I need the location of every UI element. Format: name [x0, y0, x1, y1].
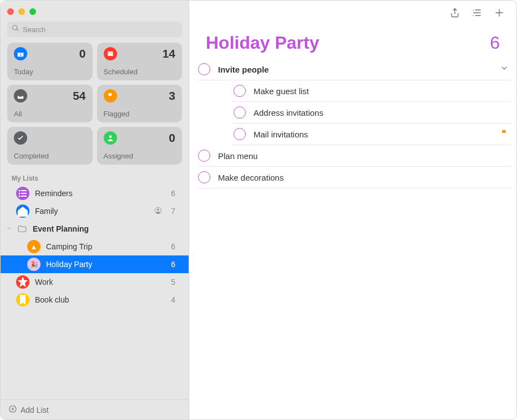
- add-list-button[interactable]: Add List: [1, 399, 189, 419]
- svg-point-15: [157, 208, 159, 211]
- reminder-title[interactable]: Plan menu: [218, 151, 509, 161]
- complete-circle[interactable]: [234, 85, 246, 97]
- list-label: Camping Trip: [46, 242, 165, 251]
- svg-point-22: [473, 9, 474, 11]
- smart-card-count: 0: [169, 131, 175, 145]
- svg-rect-9: [21, 190, 27, 191]
- house-icon: [16, 204, 29, 218]
- list-count: 6: [171, 189, 178, 198]
- expand-subtasks-button[interactable]: [500, 64, 509, 75]
- folder-icon: [16, 223, 28, 235]
- flag-icon: [104, 89, 117, 103]
- reminder-title[interactable]: Address invitations: [254, 108, 509, 117]
- list-label: Book club: [35, 295, 165, 304]
- reminder-row[interactable]: Mail invitations: [231, 124, 511, 145]
- smart-card-scheduled[interactable]: 14 Scheduled: [97, 43, 183, 80]
- minimize-window-button[interactable]: [18, 8, 25, 15]
- main-pane: Holiday Party 6 Invite people Make guest…: [189, 1, 516, 419]
- party-popper-icon: 🎉: [27, 258, 40, 271]
- svg-rect-13: [21, 196, 27, 197]
- list-label: Reminders: [35, 189, 165, 198]
- group-label: Event Planning: [33, 224, 89, 233]
- complete-circle[interactable]: [234, 106, 246, 119]
- smart-card-flagged[interactable]: 3 Flagged: [97, 85, 183, 122]
- smart-card-count: 0: [79, 47, 86, 60]
- sidebar-list-work[interactable]: Work 5: [1, 273, 189, 291]
- list-bullet-indent-icon: [472, 7, 483, 18]
- maximize-window-button[interactable]: [29, 8, 36, 15]
- search-icon: [12, 24, 23, 34]
- window-controls: [1, 4, 189, 22]
- tent-icon: ▲: [27, 240, 40, 253]
- close-window-button[interactable]: [7, 8, 14, 15]
- complete-circle[interactable]: [198, 171, 210, 183]
- smart-card-label: Completed: [14, 152, 86, 160]
- list-label: Holiday Party: [46, 260, 165, 269]
- smart-card-completed[interactable]: Completed: [7, 127, 93, 165]
- share-button[interactable]: [445, 5, 464, 21]
- smart-card-all[interactable]: 54 All: [7, 85, 93, 122]
- list-count: 7: [171, 207, 178, 216]
- svg-rect-11: [21, 193, 27, 194]
- svg-point-7: [109, 135, 111, 138]
- smart-card-count: 3: [169, 89, 175, 103]
- star-icon: [16, 275, 29, 289]
- add-reminder-button[interactable]: [490, 5, 509, 21]
- sidebar-list-camping-trip[interactable]: ▲ Camping Trip 6: [1, 238, 189, 255]
- list-count: 5: [171, 278, 178, 286]
- svg-point-10: [19, 193, 21, 194]
- flag-icon: [500, 129, 509, 140]
- sidebar: 3 0 Today 14 Scheduled: [1, 1, 189, 419]
- reminder-row[interactable]: Make decorations: [198, 167, 511, 188]
- search-input[interactable]: [23, 25, 178, 34]
- plus-icon: [494, 7, 505, 18]
- reminder-title[interactable]: Make decorations: [218, 173, 509, 182]
- svg-rect-3: [108, 52, 113, 56]
- shared-person-icon: [154, 207, 165, 216]
- smart-card-today[interactable]: 3 0 Today: [7, 43, 93, 80]
- complete-circle[interactable]: [198, 63, 210, 75]
- smart-card-label: Today: [14, 68, 86, 76]
- reminder-title[interactable]: Make guest list: [254, 86, 509, 96]
- smart-card-count: 54: [73, 89, 85, 103]
- reminder-row[interactable]: Make guest list: [231, 80, 511, 102]
- tray-icon: [14, 89, 27, 103]
- svg-point-8: [19, 190, 21, 192]
- list-count: 4: [171, 295, 178, 304]
- reminder-row[interactable]: Plan menu: [198, 145, 511, 167]
- smart-card-label: Flagged: [104, 110, 176, 118]
- person-icon: [104, 131, 117, 145]
- smart-card-label: Assigned: [104, 152, 176, 160]
- reminder-row[interactable]: Address invitations: [231, 102, 511, 124]
- smart-card-label: All: [14, 110, 86, 118]
- smart-card-count: 14: [163, 47, 175, 60]
- reminder-title[interactable]: Invite people: [218, 65, 492, 74]
- reminders-list: Invite people Make guest list Address in…: [189, 55, 516, 188]
- view-options-button[interactable]: [468, 5, 486, 21]
- smart-card-label: Scheduled: [104, 68, 176, 76]
- plus-circle-icon: [8, 404, 17, 415]
- toolbar: [189, 1, 516, 24]
- sidebar-group-event-planning[interactable]: Event Planning: [1, 220, 189, 238]
- add-list-label: Add List: [21, 406, 49, 414]
- sidebar-list-reminders[interactable]: Reminders 6: [1, 185, 189, 202]
- sidebar-list-book-club[interactable]: Book club 4: [1, 291, 189, 309]
- sidebar-list-holiday-party[interactable]: 🎉 Holiday Party 6: [1, 255, 189, 273]
- list-total-count: 6: [490, 33, 500, 53]
- complete-circle[interactable]: [234, 128, 246, 140]
- list-count: 6: [171, 242, 178, 251]
- reminder-title[interactable]: Mail invitations: [254, 130, 492, 139]
- list-bullet-icon: [16, 187, 29, 200]
- calendar-today-icon: 3: [14, 47, 27, 60]
- sidebar-list-family[interactable]: Family 7: [1, 202, 189, 220]
- share-icon: [449, 7, 460, 18]
- list-label: Work: [35, 278, 165, 286]
- smart-card-assigned[interactable]: 0 Assigned: [97, 127, 183, 165]
- svg-point-23: [473, 15, 474, 16]
- my-lists-heading: My Lists: [1, 172, 189, 185]
- list-label: Family: [35, 207, 149, 216]
- list-title: Holiday Party: [206, 33, 320, 53]
- complete-circle[interactable]: [198, 150, 210, 162]
- search-field[interactable]: [7, 22, 182, 37]
- reminder-row[interactable]: Invite people: [198, 59, 511, 80]
